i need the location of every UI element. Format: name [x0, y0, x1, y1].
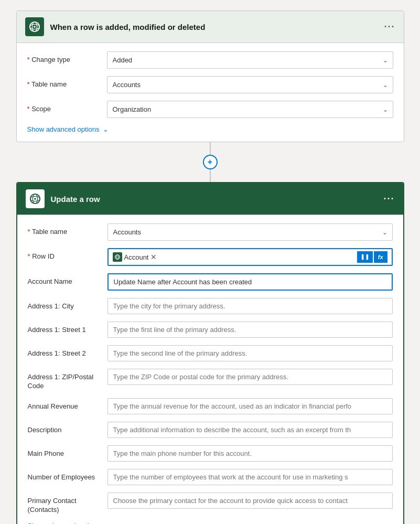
change-type-select-wrapper[interactable]: Added ⌄ [107, 51, 393, 69]
trigger-card-header: When a row is added, modified or deleted… [17, 11, 404, 43]
annual-revenue-row: Annual Revenue [28, 398, 393, 414]
account-name-input[interactable] [107, 273, 393, 291]
row-id-row: Row ID Account ✕ [28, 248, 393, 266]
trigger-title: When a row is added, modified or deleted [50, 23, 378, 31]
trigger-table-select-wrapper[interactable]: Accounts ⌄ [107, 76, 393, 93]
action-show-advanced-label: Show advanced options [28, 522, 100, 524]
scope-select-wrapper[interactable]: Organization ⌄ [107, 101, 393, 118]
action-table-name-row: Table name Accounts ⌄ [28, 223, 393, 241]
account-name-label: Account Name [28, 273, 101, 285]
connector: + [203, 142, 218, 182]
row-id-tag-label: Account [124, 253, 149, 261]
row-id-expression-button[interactable]: fx [374, 251, 387, 263]
scope-row: Scope Organization ⌄ [27, 101, 393, 118]
primary-contact-row: Primary Contact (Contacts) [28, 493, 393, 515]
address-zip-row: Address 1: ZIP/Postal Code [28, 369, 393, 391]
action-dataverse-icon [29, 193, 41, 205]
action-menu-button[interactable]: ··· [383, 194, 394, 205]
address-city-label: Address 1: City [28, 298, 101, 310]
address-street1-row: Address 1: Street 1 [28, 322, 393, 338]
action-icon-wrapper [26, 189, 45, 208]
account-name-row: Account Name [28, 273, 393, 291]
row-id-tag: Account ✕ [113, 252, 157, 262]
address-street2-row: Address 1: Street 2 [28, 345, 393, 361]
row-id-action-buttons: fx [357, 251, 387, 263]
svg-rect-11 [362, 254, 364, 260]
action-table-select-wrapper[interactable]: Accounts ⌄ [107, 223, 393, 241]
row-id-label: Row ID [28, 248, 101, 260]
row-id-array-button[interactable] [357, 251, 373, 263]
trigger-card-body: Change type Added ⌄ Table name Accounts … [17, 43, 404, 142]
connector-top-line [210, 142, 211, 155]
row-id-tag-icon [113, 252, 122, 262]
primary-contact-label: Primary Contact (Contacts) [28, 493, 101, 515]
main-phone-row: Main Phone [28, 445, 393, 462]
trigger-table-name-label: Table name [27, 76, 101, 88]
change-type-select[interactable]: Added [107, 51, 393, 69]
trigger-show-advanced-button[interactable]: Show advanced options ⌄ [27, 125, 393, 133]
annual-revenue-label: Annual Revenue [28, 398, 101, 410]
description-row: Description [28, 422, 393, 438]
address-zip-label: Address 1: ZIP/Postal Code [28, 369, 101, 391]
svg-point-8 [115, 255, 120, 260]
change-type-row: Change type Added ⌄ [27, 51, 393, 69]
trigger-icon-wrapper [25, 17, 44, 36]
scope-select[interactable]: Organization [107, 101, 393, 118]
address-street2-label: Address 1: Street 2 [28, 345, 101, 357]
num-employees-row: Number of Employees [28, 469, 393, 485]
change-type-label: Change type [27, 51, 101, 63]
trigger-table-select[interactable]: Accounts [107, 76, 393, 93]
trigger-table-name-row: Table name Accounts ⌄ [27, 76, 393, 93]
address-zip-input[interactable] [107, 369, 393, 385]
action-table-name-label: Table name [28, 223, 101, 236]
connector-bottom-line [210, 169, 211, 182]
num-employees-input[interactable] [107, 469, 393, 485]
action-title: Update a row [51, 195, 378, 204]
primary-contact-input[interactable] [107, 493, 393, 509]
add-step-icon: + [208, 157, 212, 167]
scope-label: Scope [27, 101, 101, 113]
address-city-row: Address 1: City [28, 298, 393, 314]
row-id-input[interactable]: Account ✕ fx [107, 248, 393, 266]
svg-point-3 [34, 26, 36, 28]
svg-rect-12 [366, 254, 368, 260]
action-table-select[interactable]: Accounts [107, 223, 393, 241]
action-card-header: Update a row ··· [17, 183, 403, 215]
svg-point-9 [115, 256, 120, 258]
num-employees-label: Number of Employees [28, 469, 101, 481]
main-phone-input[interactable] [107, 445, 393, 462]
annual-revenue-input[interactable] [107, 398, 393, 414]
action-show-advanced-chevron-icon: ⌄ [103, 522, 109, 524]
trigger-show-advanced-chevron-icon: ⌄ [103, 125, 109, 133]
trigger-show-advanced-label: Show advanced options [27, 125, 100, 133]
address-city-input[interactable] [107, 298, 393, 314]
svg-point-10 [116, 255, 119, 260]
address-street2-input[interactable] [107, 345, 393, 361]
trigger-card: When a row is added, modified or deleted… [16, 10, 404, 142]
description-label: Description [28, 422, 101, 434]
action-card: Update a row ··· Table name Accounts ⌄ R… [16, 182, 404, 524]
action-card-body: Table name Accounts ⌄ Row ID [17, 215, 403, 524]
main-phone-label: Main Phone [28, 445, 101, 457]
flow-container: When a row is added, modified or deleted… [10, 10, 410, 524]
address-street1-input[interactable] [107, 322, 393, 338]
description-input[interactable] [107, 422, 393, 438]
action-show-advanced-button[interactable]: Show advanced options ⌄ [28, 522, 393, 524]
trigger-menu-button[interactable]: ··· [384, 22, 395, 33]
svg-point-7 [34, 198, 36, 200]
row-id-remove-button[interactable]: ✕ [150, 253, 157, 261]
dataverse-icon [29, 21, 40, 33]
address-street1-label: Address 1: Street 1 [28, 322, 101, 334]
add-step-button[interactable]: + [203, 155, 218, 169]
